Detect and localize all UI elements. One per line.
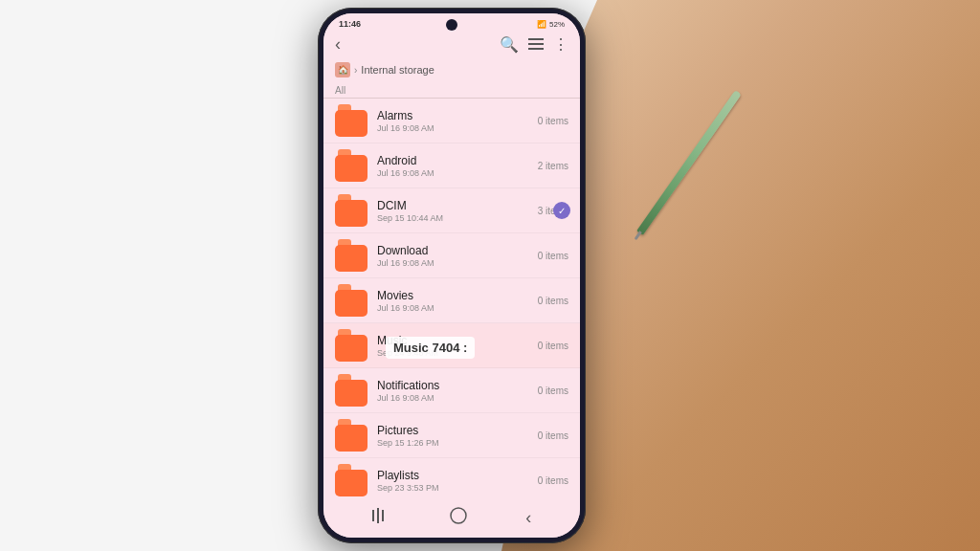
file-info: Notifications Jul 16 9:08 AM: [377, 379, 528, 403]
list-item[interactable]: Notifications Jul 16 9:08 AM 0 items: [323, 368, 580, 413]
file-name: Download: [377, 244, 528, 257]
status-time: 11:46: [339, 19, 361, 29]
file-date: Sep 15 10:44 AM: [377, 213, 528, 223]
file-info: Alarms Jul 16 9:08 AM: [377, 109, 528, 133]
list-view-icon[interactable]: [528, 36, 544, 54]
file-count: 0 items: [538, 430, 568, 441]
list-item[interactable]: Download Jul 16 9:08 AM 0 items: [323, 233, 580, 278]
battery-icon: 52%: [549, 20, 565, 29]
file-date: Sep 24 9:48 AM: [377, 348, 528, 358]
file-info: Pictures Sep 15 1:26 PM: [377, 424, 528, 448]
file-date: Jul 16 9:08 AM: [377, 303, 528, 313]
status-bar: 11:46 📶 52%: [323, 13, 580, 31]
file-name: Notifications: [377, 379, 528, 392]
file-name: Android: [377, 154, 528, 167]
nav-icons: 🔍 ⋮: [500, 35, 568, 54]
status-icons: 📶 52%: [537, 20, 565, 29]
list-item[interactable]: Pictures Sep 15 1:26 PM 0 items: [323, 413, 580, 458]
home-icon: 🏠: [335, 62, 350, 77]
file-info: Movies Jul 16 9:08 AM: [377, 289, 528, 313]
file-date: Jul 16 9:08 AM: [377, 123, 528, 133]
folder-icon: [335, 104, 368, 137]
list-item[interactable]: Music Sep 24 9:48 AM 0 items: [323, 323, 580, 368]
list-item[interactable]: Alarms Jul 16 9:08 AM 0 items: [323, 99, 580, 143]
file-info: Music Sep 24 9:48 AM: [377, 334, 528, 358]
file-name: Playlists: [377, 469, 528, 482]
search-icon[interactable]: 🔍: [500, 35, 519, 54]
list-item[interactable]: Android Jul 16 9:08 AM 2 items: [323, 143, 580, 188]
folder-icon: [335, 284, 368, 317]
top-nav: ‹ 🔍 ⋮: [323, 31, 580, 58]
file-count: 0 items: [538, 116, 568, 126]
file-date: Sep 23 3:53 PM: [377, 483, 528, 493]
list-item[interactable]: Playlists Sep 23 3:53 PM 0 items: [323, 458, 580, 499]
bottom-nav: ‹: [323, 499, 580, 538]
file-info: Download Jul 16 9:08 AM: [377, 244, 528, 268]
section-label: All: [323, 81, 580, 99]
file-date: Jul 16 9:08 AM: [377, 168, 528, 178]
file-name: DCIM: [377, 199, 528, 212]
svg-rect-3: [372, 510, 374, 521]
file-info: Android Jul 16 9:08 AM: [377, 154, 528, 178]
list-item[interactable]: Movies Jul 16 9:08 AM 0 items: [323, 278, 580, 323]
file-count: 0 items: [538, 341, 568, 351]
file-count: 0 items: [538, 386, 568, 396]
file-date: Jul 16 9:08 AM: [377, 258, 528, 268]
breadcrumb: 🏠 › Internal storage: [323, 58, 580, 81]
folder-icon: [335, 329, 368, 362]
svg-rect-0: [528, 38, 544, 40]
breadcrumb-separator: ›: [354, 65, 357, 76]
folder-icon: [335, 149, 368, 182]
file-count: 0 items: [538, 251, 568, 261]
svg-point-6: [451, 508, 466, 523]
list-item[interactable]: DCIM Sep 15 10:44 AM 3 items ✓: [323, 188, 580, 233]
file-count: 2 items: [538, 161, 568, 171]
file-date: Jul 16 9:08 AM: [377, 393, 528, 403]
file-info: Playlists Sep 23 3:53 PM: [377, 469, 528, 493]
folder-icon: [335, 239, 368, 272]
folder-icon: [335, 374, 368, 407]
svg-rect-2: [528, 48, 544, 50]
back-nav-button[interactable]: ‹: [525, 508, 531, 528]
svg-rect-1: [528, 43, 544, 45]
selected-badge: ✓: [553, 202, 570, 219]
recent-apps-button[interactable]: [372, 508, 391, 527]
file-list: Alarms Jul 16 9:08 AM 0 items Android Ju…: [323, 99, 580, 499]
file-count: 0 items: [538, 475, 568, 486]
more-options-icon[interactable]: ⋮: [553, 35, 568, 54]
file-name: Music: [377, 334, 528, 347]
home-button[interactable]: [450, 507, 467, 528]
folder-icon: [335, 419, 368, 452]
folder-icon: [335, 464, 368, 496]
file-info: DCIM Sep 15 10:44 AM: [377, 199, 528, 223]
folder-icon: [335, 194, 368, 227]
breadcrumb-path: Internal storage: [361, 64, 434, 76]
file-name: Movies: [377, 289, 528, 302]
camera-notch: [446, 19, 457, 31]
file-name: Alarms: [377, 109, 528, 122]
svg-rect-5: [382, 510, 384, 521]
wifi-icon: 📶: [537, 20, 546, 29]
file-date: Sep 15 1:26 PM: [377, 438, 528, 448]
svg-rect-4: [377, 508, 379, 523]
phone-screen: 11:46 📶 52% ‹ 🔍 ⋮: [323, 13, 580, 538]
phone-device: 11:46 📶 52% ‹ 🔍 ⋮: [318, 8, 586, 543]
file-name: Pictures: [377, 424, 528, 437]
file-count: 0 items: [538, 296, 568, 306]
back-button[interactable]: ‹: [335, 34, 341, 55]
